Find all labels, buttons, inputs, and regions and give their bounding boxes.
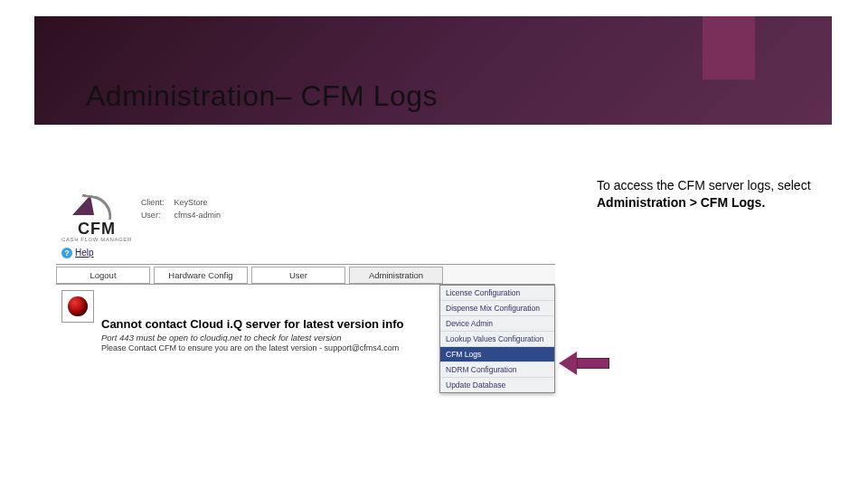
- logo-mark-icon: [75, 193, 118, 221]
- client-value: KeyStore: [174, 198, 207, 207]
- menu-logout[interactable]: Logout: [56, 267, 150, 284]
- help-row: ?Help: [56, 246, 555, 260]
- user-label: User:: [141, 210, 172, 222]
- app-body: Cannot contact Cloud i.Q server for late…: [56, 285, 555, 358]
- status-sub2: Please Contact CFM to ensure you are on …: [101, 343, 403, 352]
- client-label: Client:: [141, 197, 172, 210]
- menubar: Logout Hardware Config User Administrati…: [56, 264, 555, 285]
- user-value: cfms4-admin: [174, 211, 221, 220]
- logo-subtext: CASH FLOW MANAGER: [61, 237, 132, 242]
- menu-user[interactable]: User: [251, 267, 345, 284]
- menu-hardware-config[interactable]: Hardware Config: [154, 267, 248, 284]
- record-button[interactable]: [61, 290, 94, 323]
- instruction-lead: To access the CFM server logs, select: [597, 178, 811, 192]
- record-icon: [68, 296, 88, 316]
- dropdown-item-device-admin[interactable]: Device Admin: [440, 316, 554, 332]
- dropdown-item-cfm-logs[interactable]: CFM Logs: [440, 347, 554, 362]
- status-messages: Cannot contact Cloud i.Q server for late…: [101, 317, 403, 352]
- administration-dropdown: License Configuration Dispense Mix Confi…: [439, 285, 555, 393]
- instruction-text: To access the CFM server logs, select Ad…: [597, 177, 830, 211]
- pointer-arrow-icon: [559, 353, 609, 373]
- dropdown-item-update-database[interactable]: Update Database: [440, 378, 554, 392]
- instruction-bold: Administration > CFM Logs.: [597, 195, 765, 210]
- status-main: Cannot contact Cloud i.Q server for late…: [101, 317, 403, 331]
- menu-administration[interactable]: Administration: [349, 267, 443, 284]
- app-header: CFM CASH FLOW MANAGER Client: KeyStore U…: [56, 190, 555, 246]
- dropdown-item-lookup-values-configuration[interactable]: Lookup Values Configuration: [440, 332, 554, 347]
- logo-text: CFM: [78, 221, 116, 237]
- embedded-app: CFM CASH FLOW MANAGER Client: KeyStore U…: [56, 190, 555, 358]
- status-sub1: Port 443 must be open to cloudiq.net to …: [101, 333, 403, 343]
- app-logo: CFM CASH FLOW MANAGER: [61, 193, 132, 242]
- client-user-meta: Client: KeyStore User: cfms4-admin: [141, 197, 221, 221]
- slide-title: Administration– CFM Logs: [86, 80, 438, 113]
- dropdown-item-dispense-mix-configuration[interactable]: Dispense Mix Configuration: [440, 301, 554, 316]
- dropdown-item-ndrm-configuration[interactable]: NDRM Configuration: [440, 362, 554, 378]
- accent-tab: [703, 16, 755, 80]
- dropdown-item-license-configuration[interactable]: License Configuration: [440, 286, 554, 301]
- help-link[interactable]: Help: [75, 248, 94, 258]
- help-icon: ?: [61, 248, 72, 258]
